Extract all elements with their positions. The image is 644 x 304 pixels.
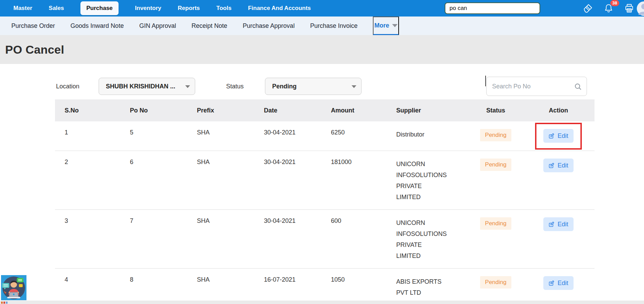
po-cancel-table: S.NoPo NoPrefixDateAmountSupplierStatusA…: [55, 99, 595, 304]
topbar-nav-item[interactable]: Sales: [49, 3, 64, 14]
cell-status: Pending: [469, 269, 522, 304]
horizontal-scrollbar[interactable]: [0, 301, 644, 304]
status-label: Status: [226, 83, 244, 90]
topbar-nav-item[interactable]: Purchase: [80, 1, 119, 15]
column-header: S.No: [55, 99, 120, 121]
column-header: Prefix: [187, 99, 254, 121]
cell-status: Pending: [469, 210, 522, 268]
subnav-item[interactable]: Goods Inward Note: [70, 22, 124, 30]
user-avatar[interactable]: [636, 1, 644, 17]
cell-po-no: 5: [120, 121, 187, 151]
cell-prefix: SHA: [187, 210, 254, 268]
location-label: Location: [56, 83, 79, 90]
cell-action: Edit: [522, 121, 595, 151]
location-select[interactable]: SHUBH KRISHIDHAN ...: [99, 78, 195, 95]
supplier-name: Distributor: [396, 129, 424, 140]
edit-button-label: Edit: [557, 162, 568, 169]
edit-button[interactable]: Edit: [543, 276, 573, 290]
column-header: Supplier: [387, 99, 469, 121]
edit-button-label: Edit: [557, 280, 568, 287]
table-row: 1 5 SHA 30-04-2021 6250 Distributor Pend…: [55, 121, 595, 151]
subnav-more-label: More: [374, 22, 389, 29]
edit-pencil-icon: [548, 280, 555, 286]
chevron-down-icon: [185, 85, 190, 88]
edit-button[interactable]: Edit: [543, 217, 573, 231]
subnav-item[interactable]: Purchase Invoice: [310, 22, 357, 30]
topbar-nav-item[interactable]: Tools: [216, 3, 232, 14]
edit-button-label: Edit: [557, 132, 568, 140]
cell-prefix: SHA: [187, 269, 254, 304]
cell-sno: 1: [55, 121, 120, 151]
cell-action: Edit: [522, 269, 595, 304]
edit-pencil-icon: [548, 133, 555, 139]
topbar: MasterSalesPurchaseInventoryReportsTools…: [0, 0, 644, 17]
cell-date: 30-04-2021: [254, 121, 321, 151]
table-row: 4 8 SHA 16-07-2021 1050 ABIS EXPORTS PVT…: [55, 269, 595, 304]
table-header-row: S.NoPo NoPrefixDateAmountSupplierStatusA…: [55, 99, 595, 121]
supplier-name: UNICORN INFOSOLUTIONS PRIVATE LIMITED: [396, 217, 448, 261]
cell-supplier: Distributor: [387, 121, 469, 151]
column-header: Po No: [120, 99, 187, 121]
po-number-search-input[interactable]: [486, 77, 587, 96]
po-search-wrap: [486, 77, 587, 96]
status-badge: Pending: [480, 159, 511, 171]
edit-pencil-icon: [548, 221, 555, 227]
printer-icon[interactable]: [624, 3, 634, 13]
notifications-bell-icon[interactable]: 38: [603, 3, 614, 13]
column-header: Amount: [321, 99, 387, 121]
supplier-name: UNICORN INFOSOLUTIONS PRIVATE LIMITED: [396, 159, 448, 203]
column-header: Status: [469, 99, 522, 121]
cell-amount: 6250: [321, 121, 387, 151]
text-cursor: [485, 76, 486, 86]
edit-pencil-icon: [548, 162, 555, 169]
topbar-icons: 38: [583, 3, 634, 13]
topbar-nav-item[interactable]: Master: [13, 3, 32, 14]
theme-brush-icon[interactable]: [583, 3, 593, 13]
chevron-down-icon: [352, 85, 356, 88]
cell-date: 16-07-2021: [254, 269, 321, 304]
notification-count-badge: 38: [610, 0, 619, 6]
cell-po-no: 8: [120, 269, 187, 304]
subnav-item[interactable]: Purchase Order: [11, 22, 55, 30]
global-search-wrap: [445, 2, 540, 14]
table-row: 3 7 SHA 30-04-2021 600 UNICORN INFOSOLUT…: [55, 210, 595, 269]
cell-sno: 2: [55, 151, 120, 209]
title-band: PO Cancel: [0, 35, 644, 64]
column-header: Action: [522, 99, 595, 121]
subnav-more-menu[interactable]: More: [373, 17, 399, 35]
chevron-down-icon: [392, 24, 398, 27]
cell-amount: 600: [321, 210, 387, 268]
topbar-nav-item[interactable]: Finance And Accounts: [248, 3, 311, 14]
cell-po-no: 6: [120, 151, 187, 209]
table-row: 2 6 SHA 30-04-2021 181000 UNICORN INFOSO…: [55, 151, 595, 210]
cell-action: Edit: [522, 151, 595, 209]
cell-date: 30-04-2021: [254, 151, 321, 209]
purchase-subnav: Purchase OrderGoods Inward NoteGIN Appro…: [0, 17, 644, 35]
status-badge: Pending: [480, 217, 511, 230]
edit-button[interactable]: Edit: [543, 159, 573, 172]
cell-prefix: SHA: [187, 151, 254, 209]
topbar-nav-item[interactable]: Inventory: [135, 3, 162, 14]
subnav-item[interactable]: GIN Approval: [139, 22, 176, 30]
topbar-nav-item[interactable]: Reports: [178, 3, 200, 14]
support-chat-widget[interactable]: [1, 275, 26, 300]
cell-prefix: SHA: [187, 121, 254, 151]
subnav-item[interactable]: Purchase Approval: [243, 22, 295, 30]
status-selected-value: Pending: [272, 83, 297, 90]
cell-po-no: 7: [120, 210, 187, 268]
subnav-item[interactable]: Receipt Note: [191, 22, 227, 30]
filters-bar: Location SHUBH KRISHIDHAN ... Status Pen…: [0, 77, 644, 96]
global-search-input[interactable]: [445, 2, 540, 14]
status-badge: Pending: [480, 129, 511, 141]
cell-sno: 3: [55, 210, 120, 268]
table-body: 1 5 SHA 30-04-2021 6250 Distributor Pend…: [55, 121, 595, 304]
search-magnifier-icon[interactable]: [574, 83, 582, 92]
edit-button[interactable]: Edit: [543, 129, 573, 143]
edit-button-label: Edit: [557, 221, 568, 228]
cell-sno: 4: [55, 269, 120, 304]
cell-status: Pending: [469, 151, 522, 209]
status-select[interactable]: Pending: [265, 78, 362, 95]
cell-date: 30-04-2021: [254, 210, 321, 268]
page-title: PO Cancel: [5, 43, 64, 56]
cell-supplier: ABIS EXPORTS PVT LTD: [387, 269, 469, 304]
